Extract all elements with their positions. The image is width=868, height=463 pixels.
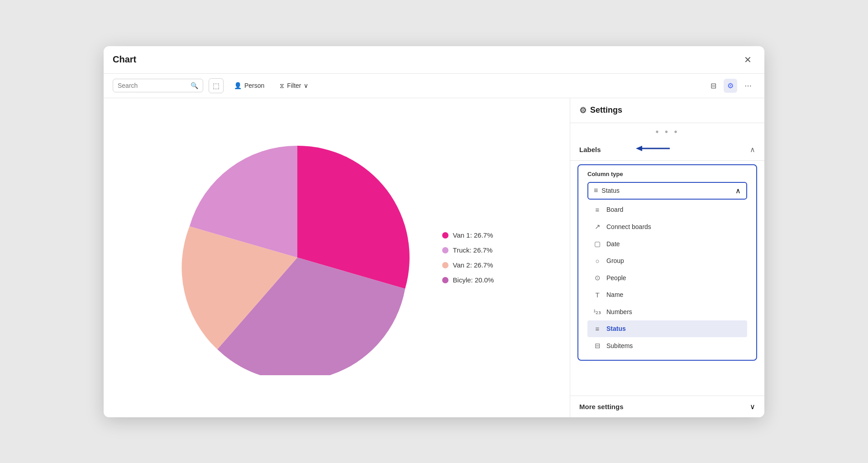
dropdown-item-numbers[interactable]: ¹₂₃ Numbers	[587, 303, 747, 320]
legend-dot-van1	[442, 232, 448, 239]
gear-icon: ⚙	[727, 82, 734, 90]
group-icon: ○	[593, 257, 602, 265]
filter-label: Filter	[287, 82, 301, 89]
scroll-hint: • • •	[570, 123, 764, 139]
column-type-label: Column type	[587, 171, 747, 177]
numbers-icon: ¹₂₃	[593, 308, 602, 316]
legend-item-van2: Van 2: 26.7%	[442, 261, 494, 269]
dropdown-item-group[interactable]: ○ Group	[587, 253, 747, 269]
settings-gear-icon: ⚙	[579, 105, 587, 115]
settings-panel: ⚙ Settings • • • Labels	[570, 98, 764, 417]
status-list-icon: ≡	[593, 325, 602, 333]
legend-label-van2: Van 2: 26.7%	[453, 261, 493, 269]
dropdown-item-name[interactable]: T Name	[587, 286, 747, 303]
main-content: Van 1: 26.7% Truck: 26.7% Van 2: 26.7% B…	[104, 98, 764, 417]
people-icon: ⊙	[593, 274, 602, 282]
split-view-button[interactable]: ⊟	[707, 79, 720, 93]
split-icon: ⊟	[711, 82, 716, 90]
filter-button[interactable]: ⧖ Filter ∨	[275, 79, 313, 93]
legend-item-truck: Truck: 26.7%	[442, 246, 494, 254]
arrow-annotation	[636, 143, 672, 156]
chart-modal: Chart ✕ 🔍 ⬚ 👤 Person ⧖ Filter ∨ ⊟ ⚙	[104, 46, 764, 417]
board-icon: ≡	[593, 206, 602, 214]
legend-item-bicyle: Bicyle: 20.0%	[442, 276, 494, 284]
dropdown-item-people[interactable]: ⊙ People	[587, 269, 747, 286]
dropdown-item-date[interactable]: ▢ Date	[587, 235, 747, 253]
search-icon: 🔍	[191, 82, 198, 89]
settings-body: • • • Labels ∧ Column typ	[570, 123, 764, 396]
dropdown-item-people-label: People	[606, 274, 626, 282]
more-icon: ⋯	[744, 82, 752, 90]
search-box: 🔍	[113, 79, 203, 92]
dropdown-item-board[interactable]: ≡ Board	[587, 201, 747, 218]
filter-chevron-icon: ∨	[304, 82, 308, 89]
column-type-dropdown-area: Column type ≡ Status ∧ ≡ Board	[577, 164, 757, 361]
dropdown-item-group-label: Group	[606, 257, 624, 264]
dropdown-item-name-label: Name	[606, 291, 623, 298]
pie-svg	[180, 140, 415, 375]
date-icon: ▢	[593, 240, 602, 248]
selected-value: Status	[601, 187, 620, 194]
dropdown-item-connect-boards[interactable]: ↗ Connect boards	[587, 218, 747, 235]
legend-dot-van2	[442, 262, 448, 268]
person-label: Person	[244, 82, 264, 89]
select-trigger-left: ≡ Status	[594, 186, 620, 195]
pie-chart	[180, 140, 415, 375]
dropdown-item-date-label: Date	[606, 240, 620, 248]
legend-dot-truck	[442, 247, 448, 253]
labels-section-header: Labels ∧	[570, 139, 764, 161]
toolbar: 🔍 ⬚ 👤 Person ⧖ Filter ∨ ⊟ ⚙ ⋯	[104, 74, 764, 98]
more-settings-chevron-icon: ∨	[750, 402, 755, 411]
settings-button[interactable]: ⚙	[724, 79, 737, 93]
dropdown-item-subitems[interactable]: ⊟ Subitems	[587, 337, 747, 354]
labels-collapse-button[interactable]: ∧	[750, 145, 755, 154]
column-type-select[interactable]: ≡ Status ∧	[587, 182, 747, 200]
chart-area: Van 1: 26.7% Truck: 26.7% Van 2: 26.7% B…	[104, 98, 570, 417]
labels-section-title: Labels	[579, 146, 601, 153]
save-button[interactable]: ⬚	[209, 78, 224, 93]
dropdown-item-connect-boards-label: Connect boards	[606, 223, 651, 230]
filter-icon: ⧖	[280, 82, 284, 90]
name-icon: T	[593, 291, 602, 299]
legend-item-van1: Van 1: 26.7%	[442, 231, 494, 239]
arrow-svg	[636, 143, 672, 154]
modal-title: Chart	[113, 54, 136, 65]
select-chevron-icon: ∧	[735, 186, 741, 195]
svg-marker-1	[636, 146, 642, 151]
more-settings[interactable]: More settings ∨	[570, 396, 764, 417]
legend-label-bicyle: Bicyle: 20.0%	[453, 276, 494, 284]
person-icon: 👤	[234, 82, 242, 89]
more-button[interactable]: ⋯	[741, 79, 755, 93]
save-icon: ⬚	[213, 82, 219, 90]
dropdown-item-status-label: Status	[606, 325, 626, 332]
dropdown-item-numbers-label: Numbers	[606, 308, 632, 315]
close-button[interactable]: ✕	[740, 53, 755, 67]
dropdown-item-subitems-label: Subitems	[606, 342, 633, 349]
subitems-icon: ⊟	[593, 342, 602, 350]
connect-boards-icon: ↗	[593, 223, 602, 231]
chart-legend: Van 1: 26.7% Truck: 26.7% Van 2: 26.7% B…	[442, 231, 494, 284]
settings-header: ⚙ Settings	[570, 98, 764, 123]
dropdown-item-board-label: Board	[606, 206, 623, 213]
person-button[interactable]: 👤 Person	[229, 79, 269, 92]
dropdown-item-status[interactable]: ≡ Status	[587, 320, 747, 337]
modal-header: Chart ✕	[104, 46, 764, 74]
legend-label-van1: Van 1: 26.7%	[453, 231, 493, 239]
search-input[interactable]	[118, 82, 188, 89]
legend-dot-bicyle	[442, 277, 448, 283]
dropdown-list: ≡ Board ↗ Connect boards ▢ Date ○	[587, 201, 747, 354]
scroll-dots: • • •	[655, 127, 679, 137]
toolbar-right: ⊟ ⚙ ⋯	[707, 79, 755, 93]
settings-title: Settings	[590, 105, 622, 115]
status-icon: ≡	[594, 186, 598, 195]
legend-label-truck: Truck: 26.7%	[453, 246, 493, 254]
more-settings-label: More settings	[579, 403, 624, 410]
